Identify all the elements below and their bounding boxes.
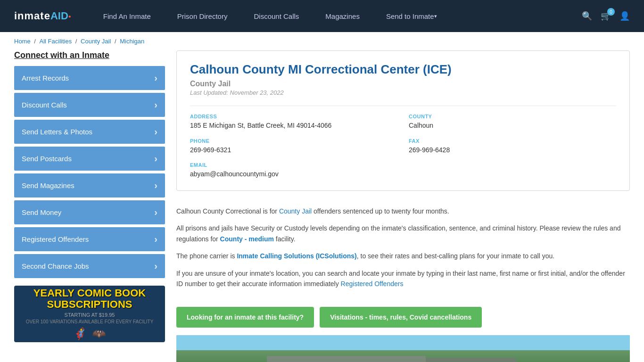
- facility-type: County Jail: [190, 80, 616, 88]
- info-grid: ADDRESS 185 E Michigan St, Battle Creek,…: [190, 106, 616, 179]
- sidebar-item-send-postcards[interactable]: Send Postcards ›: [14, 147, 165, 171]
- search-icon[interactable]: 🔍: [582, 11, 592, 21]
- sidebar-label-send-postcards: Send Postcards: [22, 155, 72, 163]
- desc-para2: All prisons and jails have Security or C…: [176, 223, 630, 244]
- breadcrumb-sep2: /: [75, 38, 79, 45]
- nav-find-inmate[interactable]: Find An Inmate: [90, 0, 164, 32]
- address-value: 185 E Michigan St, Battle Creek, MI 4901…: [190, 121, 397, 131]
- breadcrumb-sep: /: [34, 38, 37, 45]
- breadcrumb-county-jail[interactable]: County Jail: [81, 38, 111, 45]
- nav-discount-calls[interactable]: Discount Calls: [240, 0, 312, 32]
- ad-subtitle2: OVER 100 VARIATIONS AVAILABLE FOR EVERY …: [26, 319, 154, 324]
- ad-superhero-icons: 🦸 🦇: [73, 327, 106, 340]
- breadcrumb-sep3: /: [115, 38, 118, 45]
- sidebar-item-second-chance-jobs[interactable]: Second Chance Jobs ›: [14, 254, 165, 278]
- sidebar-item-registered-offenders[interactable]: Registered Offenders ›: [14, 227, 165, 251]
- arrow-icon: ›: [154, 126, 157, 137]
- ics-link[interactable]: Inmate Calling Solutions (ICSolutions): [237, 252, 356, 260]
- arrow-icon: ›: [154, 207, 157, 218]
- main-content: Calhoun County MI Correctional Center (I…: [176, 50, 630, 362]
- sidebar-label-send-magazines: Send Magazines: [22, 181, 74, 189]
- action-buttons: Looking for an inmate at this facility? …: [176, 307, 630, 328]
- county-label: COUNTY: [409, 114, 616, 119]
- desc-para1: Calhoun County Correctional is for Count…: [176, 206, 630, 216]
- main-nav: Find An Inmate Prison Directory Discount…: [90, 0, 582, 32]
- desc-para1-text: Calhoun County Correctional is for: [176, 207, 279, 215]
- county-block: COUNTY Calhoun: [409, 114, 616, 131]
- fax-label: FAX: [409, 138, 616, 144]
- sidebar-item-send-letters[interactable]: Send Letters & Photos ›: [14, 120, 165, 144]
- breadcrumb-home[interactable]: Home: [14, 38, 31, 45]
- email-value: abyam@calhouncountymi.gov: [190, 170, 397, 179]
- sidebar-item-arrest-records[interactable]: Arrest Records ›: [14, 66, 165, 90]
- sidebar-label-arrest-records: Arrest Records: [22, 74, 69, 82]
- sidebar-item-send-magazines[interactable]: Send Magazines ›: [14, 173, 165, 197]
- desc-para2-end: facility.: [274, 235, 296, 243]
- user-icon[interactable]: 👤: [619, 11, 630, 21]
- arrow-icon: ›: [154, 153, 157, 164]
- breadcrumb-all-facilities[interactable]: All Facilities: [40, 38, 72, 45]
- cart-icon[interactable]: 🛒0: [601, 11, 611, 21]
- breadcrumb-michigan[interactable]: Michigan: [120, 38, 144, 45]
- looking-for-inmate-button[interactable]: Looking for an inmate at this facility?: [176, 307, 314, 328]
- registered-offenders-link[interactable]: Registered Offenders: [341, 280, 404, 288]
- desc-para3-text: The phone carrier is: [176, 252, 237, 260]
- arrow-icon: ›: [154, 261, 157, 272]
- desc-para4: If you are unsure of your inmate's locat…: [176, 268, 630, 289]
- photo-placeholder: [176, 335, 630, 362]
- phone-label: PHONE: [190, 138, 397, 144]
- phone-block: PHONE 269-969-6321: [190, 138, 397, 155]
- desc-para1-end: offenders sentenced up to twenty four mo…: [312, 207, 449, 215]
- address-label: ADDRESS: [190, 114, 397, 119]
- sidebar-title: Connect with an Inmate: [14, 50, 165, 60]
- email-label: EMAIL: [190, 162, 397, 168]
- email-block: EMAIL abyam@calhouncountymi.gov: [190, 162, 397, 179]
- sidebar-item-discount-calls[interactable]: Discount Calls ›: [14, 93, 165, 117]
- phone-value: 269-969-6321: [190, 146, 397, 155]
- main-layout: Connect with an Inmate Arrest Records › …: [0, 50, 644, 362]
- sidebar-label-send-money: Send Money: [22, 208, 61, 216]
- ad-subtitle: STARTING AT $19.95: [65, 312, 115, 318]
- header-icons: 🔍 🛒0 👤: [582, 11, 630, 21]
- sidebar-label-send-letters: Send Letters & Photos: [22, 128, 92, 136]
- arrow-icon: ›: [154, 73, 157, 83]
- facility-updated: Last Updated: November 23, 2022: [190, 89, 616, 96]
- facility-description: Calhoun County Correctional is for Count…: [176, 198, 630, 303]
- address-block: ADDRESS 185 E Michigan St, Battle Creek,…: [190, 114, 397, 131]
- desc-para3-end: , to see their rates and best-calling pl…: [357, 252, 554, 260]
- sidebar-ad[interactable]: YEARLY COMIC BOOK SUBSCRIPTIONS STARTING…: [14, 286, 165, 342]
- sidebar-label-second-chance-jobs: Second Chance Jobs: [22, 262, 89, 270]
- sidebar: Connect with an Inmate Arrest Records › …: [14, 50, 165, 342]
- nav-prison-directory[interactable]: Prison Directory: [164, 0, 241, 32]
- county-medium-link[interactable]: County - medium: [220, 235, 274, 243]
- sidebar-label-discount-calls: Discount Calls: [22, 101, 67, 109]
- facility-photo: [176, 335, 630, 362]
- nav-send-to-inmate[interactable]: Send to Inmate: [373, 0, 450, 32]
- county-value: Calhoun: [409, 121, 616, 131]
- site-header: inmateAID● Find An Inmate Prison Directo…: [0, 0, 644, 32]
- facility-name: Calhoun County MI Correctional Center (I…: [190, 62, 616, 77]
- arrow-icon: ›: [154, 234, 157, 245]
- ad-title: YEARLY COMIC BOOK SUBSCRIPTIONS: [20, 288, 159, 310]
- desc-para3: The phone carrier is Inmate Calling Solu…: [176, 251, 630, 261]
- facility-card: Calhoun County MI Correctional Center (I…: [176, 50, 630, 191]
- logo[interactable]: inmateAID●: [14, 10, 71, 22]
- fax-block: FAX 269-969-6428: [409, 138, 616, 155]
- county-jail-link[interactable]: County Jail: [279, 207, 312, 215]
- superman-icon: 🦸: [73, 327, 87, 340]
- arrow-icon: ›: [154, 180, 157, 191]
- fax-value: 269-969-6428: [409, 146, 616, 155]
- breadcrumb: Home / All Facilities / County Jail / Mi…: [0, 32, 644, 50]
- sidebar-label-registered-offenders: Registered Offenders: [22, 235, 89, 243]
- visitations-button[interactable]: Visitations - times, rules, Covid cancel…: [320, 307, 482, 328]
- sidebar-item-send-money[interactable]: Send Money ›: [14, 200, 165, 224]
- nav-magazines[interactable]: Magazines: [312, 0, 373, 32]
- batman-icon: 🦇: [92, 327, 106, 340]
- cart-badge: 0: [607, 8, 615, 16]
- arrow-icon: ›: [154, 99, 157, 110]
